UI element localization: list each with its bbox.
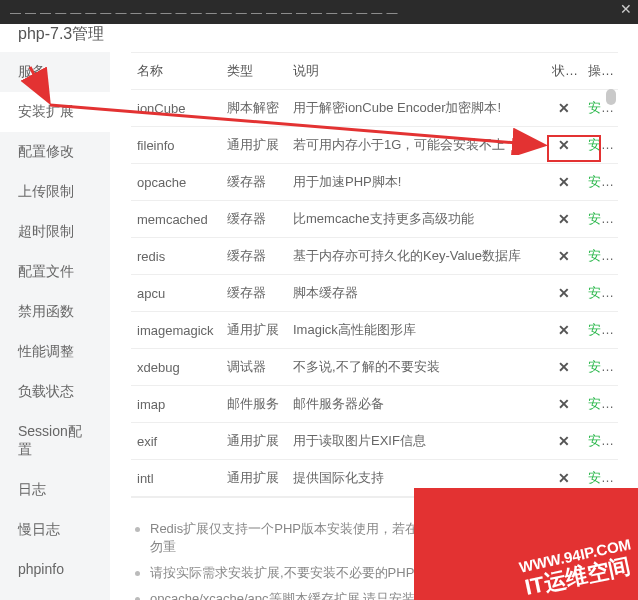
cell-name: ionCube xyxy=(131,90,221,127)
table-row: ionCube脚本解密用于解密ionCube Encoder加密脚本!✕安装 xyxy=(131,90,618,127)
sidebar-item-2[interactable]: 配置修改 xyxy=(0,132,110,172)
sidebar: 服务安装扩展配置修改上传限制超时限制配置文件禁用函数性能调整负载状态Sessio… xyxy=(0,52,111,600)
cell-name: memcached xyxy=(131,201,221,238)
cell-desc: 用于加速PHP脚本! xyxy=(287,164,546,201)
sidebar-item-5[interactable]: 配置文件 xyxy=(0,252,110,292)
sidebar-item-8[interactable]: 负载状态 xyxy=(0,372,110,412)
sidebar-item-9[interactable]: Session配置 xyxy=(0,412,110,470)
scrollbar-hint-icon xyxy=(606,511,616,527)
sidebar-item-0[interactable]: 服务 xyxy=(0,52,110,92)
install-button[interactable]: 安装 xyxy=(582,386,618,423)
cell-desc: 比memcache支持更多高级功能 xyxy=(287,201,546,238)
install-button[interactable]: 安装 xyxy=(582,460,618,497)
status-not-installed-icon: ✕ xyxy=(546,349,582,386)
cell-name: apcu xyxy=(131,275,221,312)
sidebar-item-10[interactable]: 日志 xyxy=(0,470,110,510)
install-button[interactable]: 安装 xyxy=(582,423,618,460)
status-not-installed-icon: ✕ xyxy=(546,201,582,238)
sidebar-item-1[interactable]: 安装扩展 xyxy=(0,92,110,132)
th-name: 名称 xyxy=(131,53,221,90)
scrollbar-hint-icon xyxy=(606,89,616,105)
sidebar-item-11[interactable]: 慢日志 xyxy=(0,510,110,550)
cell-desc: 提供国际化支持 xyxy=(287,460,546,497)
cell-type: 通用扩展 xyxy=(221,460,287,497)
install-button[interactable]: 安装 xyxy=(582,312,618,349)
cell-desc: 邮件服务器必备 xyxy=(287,386,546,423)
cell-desc: 用于解密ionCube Encoder加密脚本! xyxy=(287,90,546,127)
cell-type: 缓存器 xyxy=(221,164,287,201)
sidebar-item-12[interactable]: phpinfo xyxy=(0,550,110,588)
cell-desc: 若可用内存小于1G，可能会安装不上 xyxy=(287,127,546,164)
table-row: xdebug调试器不多说,不了解的不要安装✕安装 xyxy=(131,349,618,386)
note-line: 请按实际需求安装扩展,不要安装不必要的PHP扩展,这会影响PHP执行效率,甚 xyxy=(131,560,618,586)
cell-desc: Imagick高性能图形库 xyxy=(287,312,546,349)
sidebar-item-7[interactable]: 性能调整 xyxy=(0,332,110,372)
status-not-installed-icon: ✕ xyxy=(546,127,582,164)
table-row: redis缓存器基于内存亦可持久化的Key-Value数据库✕安装 xyxy=(131,238,618,275)
cell-type: 通用扩展 xyxy=(221,312,287,349)
table-row: fileinfo通用扩展若可用内存小于1G，可能会安装不上✕安装 xyxy=(131,127,618,164)
install-button[interactable]: 安装 xyxy=(582,201,618,238)
status-not-installed-icon: ✕ xyxy=(546,460,582,497)
status-not-installed-icon: ✕ xyxy=(546,90,582,127)
status-not-installed-icon: ✕ xyxy=(546,275,582,312)
install-button[interactable]: 安装 xyxy=(582,275,618,312)
status-not-installed-icon: ✕ xyxy=(546,312,582,349)
th-desc: 说明 xyxy=(287,53,546,90)
page-title: php-7.3管理 xyxy=(0,24,638,52)
window-topbar: — — — — — — — — — — — — — — — — — — — — … xyxy=(0,0,638,24)
th-type: 类型 xyxy=(221,53,287,90)
app-window: — — — — — — — — — — — — — — — — — — — — … xyxy=(0,0,638,600)
table-row: imagemagick通用扩展Imagick高性能图形库✕安装 xyxy=(131,312,618,349)
cell-desc: 用于读取图片EXIF信息 xyxy=(287,423,546,460)
cell-desc: 不多说,不了解的不要安装 xyxy=(287,349,546,386)
extensions-table-wrap: 名称 类型 说明 状态 操作 ionCube脚本解密用于解密ionCube En… xyxy=(131,52,618,498)
install-button[interactable]: 安装 xyxy=(582,164,618,201)
sidebar-item-4[interactable]: 超时限制 xyxy=(0,212,110,252)
table-row: exif通用扩展用于读取图片EXIF信息✕安装 xyxy=(131,423,618,460)
cell-name: fileinfo xyxy=(131,127,221,164)
cell-desc: 基于内存亦可持久化的Key-Value数据库 xyxy=(287,238,546,275)
install-button[interactable]: 安装 xyxy=(582,127,618,164)
sidebar-item-6[interactable]: 禁用函数 xyxy=(0,292,110,332)
body: 服务安装扩展配置修改上传限制超时限制配置文件禁用函数性能调整负载状态Sessio… xyxy=(0,52,638,600)
table-row: opcache缓存器用于加速PHP脚本!✕安装 xyxy=(131,164,618,201)
install-button[interactable]: 安装 xyxy=(582,238,618,275)
status-not-installed-icon: ✕ xyxy=(546,423,582,460)
notes: Redis扩展仅支持一个PHP版本安装使用，若在其它PHP版本已安装redis扩… xyxy=(131,516,618,600)
status-not-installed-icon: ✕ xyxy=(546,164,582,201)
table-row: memcached缓存器比memcache支持更多高级功能✕安装 xyxy=(131,201,618,238)
extensions-table: 名称 类型 说明 状态 操作 ionCube脚本解密用于解密ionCube En… xyxy=(131,53,618,497)
close-icon[interactable]: ✕ xyxy=(620,2,632,16)
note-line: opcache/xcache/apc等脚本缓存扩展,请只安装其中1个,否则可能导… xyxy=(131,586,618,600)
table-row: apcu缓存器脚本缓存器✕安装 xyxy=(131,275,618,312)
th-status: 状态 xyxy=(546,53,582,90)
cell-name: intl xyxy=(131,460,221,497)
cell-name: imap xyxy=(131,386,221,423)
cell-name: redis xyxy=(131,238,221,275)
cell-type: 通用扩展 xyxy=(221,127,287,164)
cell-type: 缓存器 xyxy=(221,201,287,238)
table-row: intl通用扩展提供国际化支持✕安装 xyxy=(131,460,618,497)
note-line: Redis扩展仅支持一个PHP版本安装使用，若在其它PHP版本已安装redis扩… xyxy=(131,516,618,560)
cell-type: 通用扩展 xyxy=(221,423,287,460)
cell-name: opcache xyxy=(131,164,221,201)
cell-type: 缓存器 xyxy=(221,238,287,275)
cell-type: 脚本解密 xyxy=(221,90,287,127)
cell-name: xdebug xyxy=(131,349,221,386)
install-button[interactable]: 安装 xyxy=(582,349,618,386)
cell-type: 调试器 xyxy=(221,349,287,386)
main-panel: 名称 类型 说明 状态 操作 ionCube脚本解密用于解密ionCube En… xyxy=(111,52,638,600)
sidebar-item-3[interactable]: 上传限制 xyxy=(0,172,110,212)
status-not-installed-icon: ✕ xyxy=(546,386,582,423)
topbar-text: — — — — — — — — — — — — — — — — — — — — … xyxy=(10,6,398,18)
table-row: imap邮件服务邮件服务器必备✕安装 xyxy=(131,386,618,423)
cell-desc: 脚本缓存器 xyxy=(287,275,546,312)
th-op: 操作 xyxy=(582,53,618,90)
cell-name: imagemagick xyxy=(131,312,221,349)
cell-type: 邮件服务 xyxy=(221,386,287,423)
cell-name: exif xyxy=(131,423,221,460)
cell-type: 缓存器 xyxy=(221,275,287,312)
status-not-installed-icon: ✕ xyxy=(546,238,582,275)
